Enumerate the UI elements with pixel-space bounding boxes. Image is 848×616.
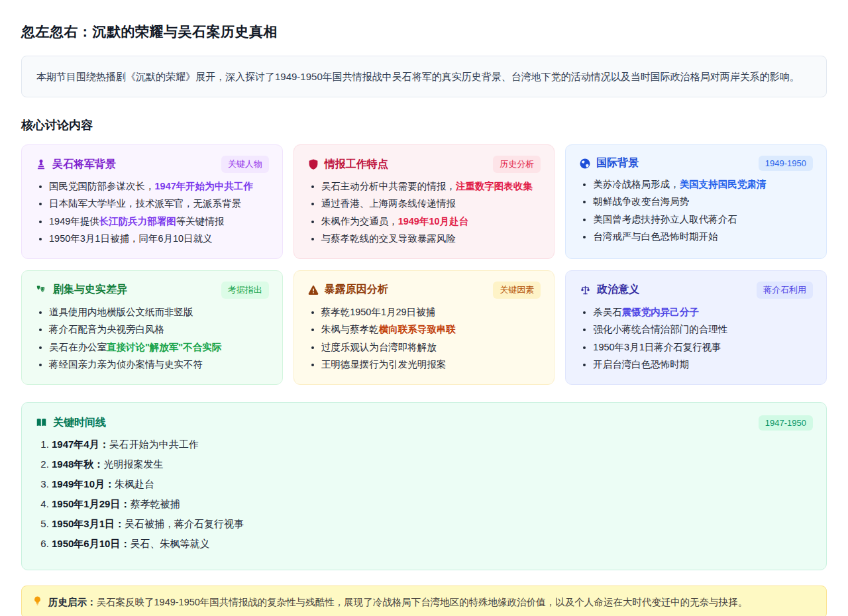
timeline-card: 关键时间线 1947-1950 1947年4月：吴石开始为中共工作 1948年秋… <box>21 402 827 570</box>
card-badge: 关键因素 <box>493 282 541 299</box>
list-item: 王明德显摆行为引发光明报案 <box>321 357 541 372</box>
list-item: 与蔡孝乾线的交叉导致暴露风险 <box>321 231 541 246</box>
card-header: 吴石将军背景 关键人物 <box>35 156 269 173</box>
insight-text: 历史启示：吴石案反映了1949-1950年国共情报战的复杂性与残酷性，展现了冷战… <box>48 595 747 609</box>
bullet-list: 道具使用内地横版公文纸而非竖版 蒋介石配音为央视旁白风格 吴石在办公室直接讨论"… <box>35 305 269 373</box>
timeline-item: 1950年1月29日：蔡孝乾被捕 <box>52 496 813 512</box>
globe-icon <box>579 158 591 170</box>
insight-callout: 历史启示：吴石案反映了1949-1950年国共情报战的复杂性与残酷性，展现了冷战… <box>21 586 827 616</box>
timeline-badge: 1947-1950 <box>759 415 813 431</box>
warning-triangle-icon <box>307 284 319 296</box>
bullet-list: 吴石主动分析中共需要的情报，注重数字图表收集 通过香港、上海两条线传递情报 朱枫… <box>307 179 541 247</box>
timeline-header: 关键时间线 1947-1950 <box>35 415 813 431</box>
list-item: 强化小蒋统合情治部门的合理性 <box>593 322 813 337</box>
summary-box: 本期节目围绕热播剧《沉默的荣耀》展开，深入探讨了1949-1950年国共情报战中… <box>21 56 827 97</box>
section-heading: 核心讨论内容 <box>21 117 827 133</box>
scales-icon <box>579 284 592 296</box>
list-item: 通过香港、上海两条线传递情报 <box>321 196 541 211</box>
card-title-text: 政治意义 <box>597 283 639 297</box>
chess-pawn-icon <box>35 158 47 170</box>
card-title-text: 暴露原因分析 <box>325 283 388 297</box>
list-item: 吴石在办公室直接讨论"解放军"不合实际 <box>49 340 269 355</box>
list-item: 朱枫作为交通员，1949年10月赴台 <box>321 214 541 229</box>
meeting-notes-page: 忽左忽右：沉默的荣耀与吴石案历史真相 本期节目围绕热播剧《沉默的荣耀》展开，深入… <box>0 0 848 616</box>
card-badge: 关键人物 <box>221 156 269 173</box>
card-title-text: 国际背景 <box>596 156 639 170</box>
list-item: 台湾戒严与白色恐怖时期开始 <box>593 229 813 244</box>
timeline-item: 1950年3月1日：吴石被捕，蒋介石复行视事 <box>52 516 813 532</box>
list-item: 1950年3月1日被捕，同年6月10日就义 <box>49 231 269 246</box>
card-drama-vs-history: 剧集与史实差异 考据指出 道具使用内地横版公文纸而非竖版 蒋介石配音为央视旁白风… <box>21 270 283 385</box>
bullet-list: 美苏冷战格局形成，美国支持国民党肃清 朝鲜战争改变台海局势 美国曾考虑扶持孙立人… <box>579 177 813 245</box>
bullet-list: 蔡孝乾1950年1月29日被捕 朱枫与蔡孝乾横向联系导致串联 过度乐观认为台湾即… <box>307 305 541 373</box>
bullet-list: 国民党国防部参谋次长，1947年开始为中共工作 日本陆军大学毕业，技术派军官，无… <box>35 179 269 247</box>
list-item: 蔡孝乾1950年1月29日被捕 <box>321 305 541 320</box>
timeline-item: 1948年秋：光明报案发生 <box>52 456 813 472</box>
list-item: 道具使用内地横版公文纸而非竖版 <box>49 305 269 320</box>
list-item: 日本陆军大学毕业，技术派军官，无派系背景 <box>49 196 269 211</box>
list-item: 1950年3月1日蒋介石复行视事 <box>593 340 813 355</box>
list-item: 1949年提供长江防兵力部署图等关键情报 <box>49 214 269 229</box>
list-item: 蒋介石配音为央视旁白风格 <box>49 322 269 337</box>
list-item: 过度乐观认为台湾即将解放 <box>321 340 541 355</box>
summary-text: 本期节目围绕热播剧《沉默的荣耀》展开，深入探讨了1949-1950年国共情报战中… <box>36 68 812 85</box>
list-item: 杀吴石震慑党内异己分子 <box>593 305 813 320</box>
page-title: 忽左忽右：沉默的荣耀与吴石案历史真相 <box>21 23 827 41</box>
timeline-list: 1947年4月：吴石开始为中共工作 1948年秋：光明报案发生 1949年10月… <box>35 436 813 552</box>
card-title: 政治意义 <box>579 283 639 297</box>
list-item: 吴石主动分析中共需要的情报，注重数字图表收集 <box>321 179 541 194</box>
card-title: 情报工作特点 <box>307 158 388 172</box>
open-book-icon <box>35 417 48 429</box>
card-title: 剧集与史实差异 <box>35 283 127 297</box>
card-title: 国际背景 <box>579 156 639 170</box>
topic-cards-grid: 吴石将军背景 关键人物 国民党国防部参谋次长，1947年开始为中共工作 日本陆军… <box>21 144 827 385</box>
card-header: 暴露原因分析 关键因素 <box>307 282 541 299</box>
list-item: 蒋经国亲力亲为侦办案情与史实不符 <box>49 357 269 372</box>
card-exposure-analysis: 暴露原因分析 关键因素 蔡孝乾1950年1月29日被捕 朱枫与蔡孝乾横向联系导致… <box>293 270 555 385</box>
list-item: 美国曾考虑扶持孙立人取代蒋介石 <box>593 212 813 227</box>
timeline-title: 关键时间线 <box>35 416 106 430</box>
list-item: 美苏冷战格局形成，美国支持国民党肃清 <box>593 177 813 192</box>
card-badge: 1949-1950 <box>759 156 813 171</box>
list-item: 朱枫与蔡孝乾横向联系导致串联 <box>321 322 541 337</box>
card-header: 情报工作特点 历史分析 <box>307 156 541 173</box>
shield-icon <box>307 158 319 170</box>
card-wushi-background: 吴石将军背景 关键人物 国民党国防部参谋次长，1947年开始为中共工作 日本陆军… <box>21 144 283 259</box>
timeline-title-text: 关键时间线 <box>53 416 106 430</box>
list-item: 国民党国防部参谋次长，1947年开始为中共工作 <box>49 179 269 194</box>
lightbulb-icon <box>32 595 42 606</box>
card-header: 剧集与史实差异 考据指出 <box>35 282 269 299</box>
card-badge: 蒋介石利用 <box>757 282 813 299</box>
theater-masks-icon <box>35 284 48 296</box>
list-item: 朝鲜战争改变台海局势 <box>593 194 813 209</box>
timeline-item: 1950年6月10日：吴石、朱枫等就义 <box>52 536 813 552</box>
timeline-item: 1949年10月：朱枫赴台 <box>52 476 813 492</box>
card-title: 暴露原因分析 <box>307 283 388 297</box>
card-title-text: 吴石将军背景 <box>52 158 116 172</box>
card-title-text: 情报工作特点 <box>325 158 388 172</box>
card-header: 国际背景 1949-1950 <box>579 156 813 171</box>
card-header: 政治意义 蒋介石利用 <box>579 282 813 299</box>
card-badge: 历史分析 <box>493 156 541 173</box>
card-badge: 考据指出 <box>221 282 269 299</box>
list-item: 开启台湾白色恐怖时期 <box>593 357 813 372</box>
card-title-text: 剧集与史实差异 <box>53 283 127 297</box>
card-intelligence-work: 情报工作特点 历史分析 吴石主动分析中共需要的情报，注重数字图表收集 通过香港、… <box>293 144 555 259</box>
bullet-list: 杀吴石震慑党内异己分子 强化小蒋统合情治部门的合理性 1950年3月1日蒋介石复… <box>579 305 813 373</box>
card-international-background: 国际背景 1949-1950 美苏冷战格局形成，美国支持国民党肃清 朝鲜战争改变… <box>565 144 827 259</box>
card-political-significance: 政治意义 蒋介石利用 杀吴石震慑党内异己分子 强化小蒋统合情治部门的合理性 19… <box>565 270 827 385</box>
timeline-item: 1947年4月：吴石开始为中共工作 <box>52 436 813 452</box>
card-title: 吴石将军背景 <box>35 158 116 172</box>
